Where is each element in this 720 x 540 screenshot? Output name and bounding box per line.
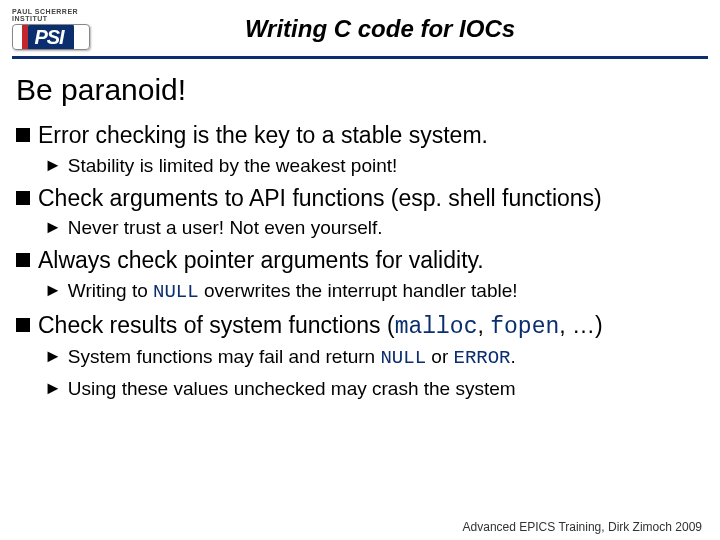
- triangle-bullet-icon: ►: [44, 345, 62, 368]
- subbullet-text: Never trust a user! Not even yourself.: [68, 216, 383, 240]
- code-fopen: fopen: [490, 314, 559, 340]
- subbullet-text: Using these values unchecked may crash t…: [68, 377, 516, 401]
- institute-name: PAUL SCHERRER INSTITUT: [12, 8, 112, 22]
- code-error: ERROR: [453, 347, 510, 369]
- code-malloc: malloc: [395, 314, 478, 340]
- bullet-text: Check arguments to API functions (esp. s…: [38, 184, 602, 213]
- footer-text: Advanced EPICS Training, Dirk Zimoch 200…: [463, 520, 702, 534]
- header: PAUL SCHERRER INSTITUT PSI Writing C cod…: [0, 0, 720, 56]
- subbullet-text: Stability is limited by the weakest poin…: [68, 154, 398, 178]
- bullet-text: Always check pointer arguments for valid…: [38, 246, 484, 275]
- bullet-text: Error checking is the key to a stable sy…: [38, 121, 488, 150]
- square-bullet-icon: [16, 318, 30, 332]
- square-bullet-icon: [16, 253, 30, 267]
- slide-title: Writing C code for IOCs: [112, 15, 708, 43]
- content: Be paranoid! Error checking is the key t…: [0, 59, 720, 401]
- page-heading: Be paranoid!: [16, 73, 704, 107]
- subbullet-text: Writing to NULL overwrites the interrupt…: [68, 279, 518, 305]
- bullet-3: Always check pointer arguments for valid…: [16, 246, 704, 275]
- triangle-bullet-icon: ►: [44, 279, 62, 302]
- code-null: NULL: [153, 281, 199, 303]
- square-bullet-icon: [16, 128, 30, 142]
- bullet-text: Check results of system functions (mallo…: [38, 311, 603, 342]
- bullet-2: Check arguments to API functions (esp. s…: [16, 184, 704, 213]
- subbullet-3-1: ► Writing to NULL overwrites the interru…: [44, 279, 704, 305]
- subbullet-text: System functions may fail and return NUL…: [68, 345, 516, 371]
- square-bullet-icon: [16, 191, 30, 205]
- triangle-bullet-icon: ►: [44, 377, 62, 400]
- code-null: NULL: [380, 347, 426, 369]
- logo-box: PSI: [12, 24, 90, 50]
- bullet-4: Check results of system functions (mallo…: [16, 311, 704, 342]
- subbullet-4-2: ► Using these values unchecked may crash…: [44, 377, 704, 401]
- subbullet-2-1: ► Never trust a user! Not even yourself.: [44, 216, 704, 240]
- triangle-bullet-icon: ►: [44, 154, 62, 177]
- triangle-bullet-icon: ►: [44, 216, 62, 239]
- bullet-1: Error checking is the key to a stable sy…: [16, 121, 704, 150]
- subbullet-1-1: ► Stability is limited by the weakest po…: [44, 154, 704, 178]
- logo-abbrev: PSI: [28, 24, 73, 50]
- subbullet-4-1: ► System functions may fail and return N…: [44, 345, 704, 371]
- logo: PAUL SCHERRER INSTITUT PSI: [12, 8, 112, 50]
